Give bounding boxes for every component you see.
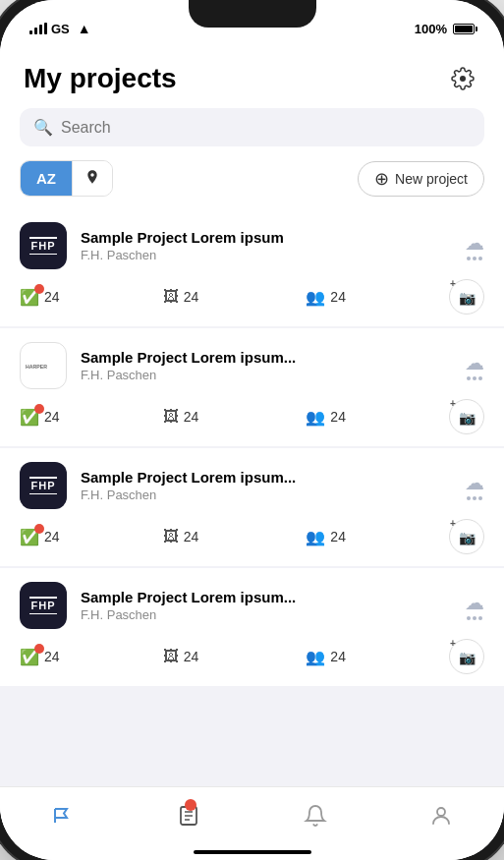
images-icon-1: 🖼: [163, 288, 179, 306]
project-name-4: Sample Project Lorem ipsum...: [81, 589, 451, 605]
task-badge-1: [34, 284, 44, 294]
signal-bar-3: [39, 25, 42, 34]
images-count-3: 24: [184, 529, 199, 545]
tasks-icon-2: ✅: [20, 408, 39, 427]
project-name-3: Sample Project Lorem ipsum...: [81, 469, 451, 486]
members-icon-3: 👥: [306, 528, 325, 546]
members-count-2: 24: [330, 409, 346, 425]
stat-images-4: 🖼 24: [163, 648, 307, 665]
camera-add-1[interactable]: + 📷: [449, 279, 484, 315]
project-card-1[interactable]: FHP Sample Project Lorem ipsum F.H. Pasc…: [0, 208, 504, 326]
cloud-dots-1: [467, 257, 482, 260]
status-right: 100%: [415, 22, 475, 36]
nav-profile[interactable]: [378, 797, 504, 840]
gear-icon: [451, 67, 475, 90]
nav-tasks[interactable]: [126, 797, 252, 840]
location-icon: [84, 169, 100, 185]
project-header-2: HARPER Sample Project Lorem ipsum... F.H…: [20, 342, 484, 389]
cloud-dots-3: [467, 496, 482, 500]
project-card-3[interactable]: FHP Sample Project Lorem ipsum... F.H. P…: [0, 448, 504, 566]
stat-tasks-4: ✅ 24: [20, 648, 163, 666]
new-project-label: New project: [395, 171, 468, 187]
filter-row: AZ ⊕ New project: [0, 156, 504, 208]
project-stats-3: ✅ 24 🖼 24 👥 24: [20, 519, 484, 554]
tasks-icon-4: ✅: [20, 648, 39, 666]
tasks-count-4: 24: [44, 649, 60, 664]
images-count-2: 24: [184, 409, 199, 425]
camera-plus-icon-4: +: [450, 638, 456, 649]
bottom-nav: [0, 786, 504, 860]
stat-tasks-1: ✅ 24: [20, 288, 163, 307]
project-name-1: Sample Project Lorem ipsum: [81, 229, 451, 246]
battery-fill: [455, 26, 473, 32]
camera-add-3[interactable]: + 📷: [449, 519, 484, 554]
cloud-icon-2: ☁: [465, 351, 484, 374]
battery-indicator: [453, 24, 475, 34]
app-content: My projects 🔍 AZ: [0, 49, 504, 860]
nav-notifications[interactable]: [252, 797, 378, 840]
project-logo-2: HARPER: [20, 342, 67, 389]
settings-button[interactable]: [445, 61, 480, 96]
search-input[interactable]: [61, 119, 471, 137]
camera-plus-icon-2: +: [450, 398, 456, 409]
project-card-4[interactable]: FHP Sample Project Lorem ipsum... F.H. P…: [0, 568, 504, 686]
project-info-3: Sample Project Lorem ipsum... F.H. Pasch…: [81, 469, 451, 502]
stat-members-4: 👥 24: [306, 648, 449, 666]
bell-icon: [304, 804, 327, 833]
images-count-1: 24: [184, 289, 199, 305]
signal-bars: [29, 23, 47, 34]
tasks-count-3: 24: [44, 529, 60, 545]
home-bar: [194, 850, 311, 854]
home-icon: [51, 804, 75, 833]
flag-icon: [51, 804, 75, 828]
camera-icon-4: 📷: [459, 650, 476, 665]
new-project-button[interactable]: ⊕ New project: [358, 161, 484, 197]
page-title: My projects: [24, 63, 177, 94]
tasks-badge: [185, 799, 196, 811]
cloud-dots-4: [467, 616, 482, 620]
fhp-logo-3: FHP: [29, 475, 57, 496]
camera-plus-icon: +: [450, 278, 456, 289]
cloud-icon-1: ☁: [465, 231, 484, 255]
project-logo-3: FHP: [20, 462, 67, 509]
header: My projects: [0, 49, 504, 104]
images-icon-3: 🖼: [163, 528, 179, 545]
task-badge-2: [34, 404, 44, 414]
tasks-count-2: 24: [44, 409, 60, 425]
filter-az-button[interactable]: AZ: [21, 161, 72, 196]
members-count-4: 24: [330, 649, 346, 664]
members-icon-4: 👥: [306, 648, 325, 666]
cloud-area-2: ☁: [465, 351, 484, 380]
svg-point-5: [437, 808, 445, 816]
members-count-3: 24: [330, 529, 346, 545]
images-count-4: 24: [184, 649, 199, 664]
camera-icon-1: 📷: [459, 290, 476, 306]
search-bar[interactable]: 🔍: [20, 108, 484, 146]
filter-location-button[interactable]: [72, 161, 112, 196]
project-card-2[interactable]: HARPER Sample Project Lorem ipsum... F.H…: [0, 328, 504, 446]
profile-icon: [429, 804, 453, 833]
fhp-logo-1: FHP: [29, 235, 57, 257]
members-count-1: 24: [330, 289, 346, 305]
project-info-1: Sample Project Lorem ipsum F.H. Paschen: [81, 229, 451, 262]
nav-home[interactable]: [0, 797, 126, 840]
images-icon-4: 🖼: [163, 648, 179, 665]
members-icon-1: 👥: [306, 288, 325, 307]
camera-add-4[interactable]: + 📷: [449, 639, 484, 674]
camera-icon-2: 📷: [459, 410, 476, 426]
project-sub-3: F.H. Paschen: [81, 487, 451, 502]
wifi-icon: ▲: [78, 21, 91, 36]
project-stats-2: ✅ 24 🖼 24 👥 24: [20, 399, 484, 434]
camera-add-2[interactable]: + 📷: [449, 399, 484, 434]
plus-icon: ⊕: [374, 170, 389, 188]
stat-tasks-2: ✅ 24: [20, 408, 163, 427]
project-sub-1: F.H. Paschen: [81, 248, 451, 262]
stat-members-1: 👥 24: [306, 288, 449, 307]
stat-images-1: 🖼 24: [163, 288, 307, 306]
filter-group: AZ: [20, 160, 113, 197]
stat-images-2: 🖼 24: [163, 408, 307, 426]
project-info-4: Sample Project Lorem ipsum... F.H. Pasch…: [81, 589, 451, 622]
project-header-3: FHP Sample Project Lorem ipsum... F.H. P…: [20, 462, 484, 509]
project-info-2: Sample Project Lorem ipsum... F.H. Pasch…: [81, 349, 451, 382]
tasks-count-1: 24: [44, 289, 60, 305]
